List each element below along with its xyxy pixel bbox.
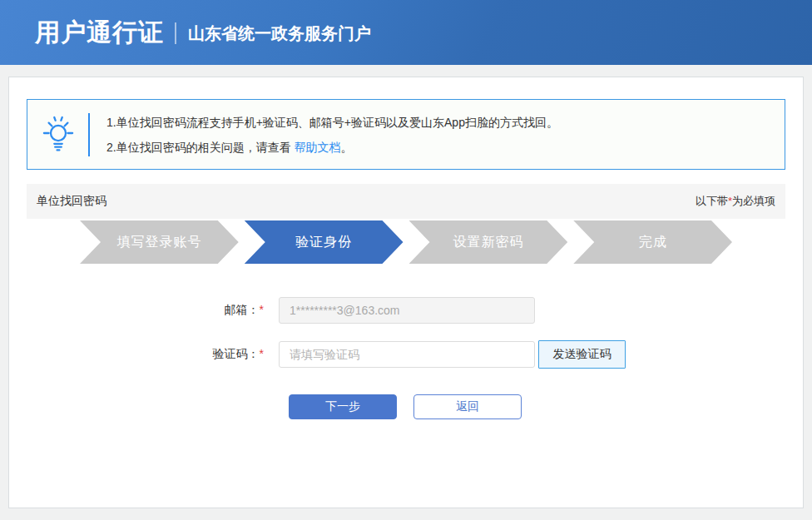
section-header-bar: 单位找回密码 以下带*为必填项	[27, 184, 785, 219]
step-fill-account: 填写登录账号	[80, 220, 239, 264]
step-done: 完成	[573, 220, 732, 264]
step-indicator: 填写登录账号 验证身份 设置新密码 完成	[80, 220, 732, 264]
app-title: 用户通行证	[35, 16, 164, 50]
send-code-button[interactable]: 发送验证码	[538, 340, 626, 369]
required-fields-note: 以下带*为必填项	[696, 194, 775, 209]
app-header: 用户通行证 山东省统一政务服务门户	[0, 0, 812, 65]
notice-line-2: 2.单位找回密码的相关问题，请查看 帮助文档。	[106, 135, 558, 160]
form-actions: 下一步 返回	[289, 394, 803, 419]
header-divider	[175, 22, 176, 44]
notice-line-2-suffix: 。	[341, 141, 353, 154]
email-required-star: *	[260, 303, 264, 316]
code-row: 验证码：* 发送验证码	[9, 340, 803, 369]
main-card: 1.单位找回密码流程支持手机+验证码、邮箱号+验证码以及爱山东App扫脸的方式找…	[8, 77, 804, 508]
lightbulb-icon	[42, 115, 74, 155]
step-verify-identity: 验证身份	[245, 220, 404, 264]
verification-code-input[interactable]	[279, 341, 535, 368]
notice-line-1: 1.单位找回密码流程支持手机+验证码、邮箱号+验证码以及爱山东App扫脸的方式找…	[106, 110, 558, 135]
app-subtitle: 山东省统一政务服务门户	[188, 22, 371, 45]
notice-text: 1.单位找回密码流程支持手机+验证码、邮箱号+验证码以及爱山东App扫脸的方式找…	[90, 110, 558, 160]
code-label: 验证码：*	[9, 347, 279, 362]
back-button[interactable]: 返回	[413, 394, 522, 419]
next-step-button[interactable]: 下一步	[289, 394, 397, 419]
email-row: 邮箱：*	[9, 297, 803, 324]
notice-line-2-text: 2.单位找回密码的相关问题，请查看	[106, 141, 295, 154]
help-doc-link[interactable]: 帮助文档	[295, 141, 341, 154]
code-required-star: *	[260, 347, 264, 360]
email-field	[279, 297, 535, 324]
notice-box: 1.单位找回密码流程支持手机+验证码、邮箱号+验证码以及爱山东App扫脸的方式找…	[27, 99, 785, 170]
recovery-form: 邮箱：* 验证码：* 发送验证码 下一步 返回	[9, 297, 803, 419]
section-title: 单位找回密码	[37, 194, 106, 209]
notice-icon-area	[27, 115, 88, 155]
email-label: 邮箱：*	[9, 303, 279, 318]
step-set-new-password: 设置新密码	[409, 220, 568, 264]
